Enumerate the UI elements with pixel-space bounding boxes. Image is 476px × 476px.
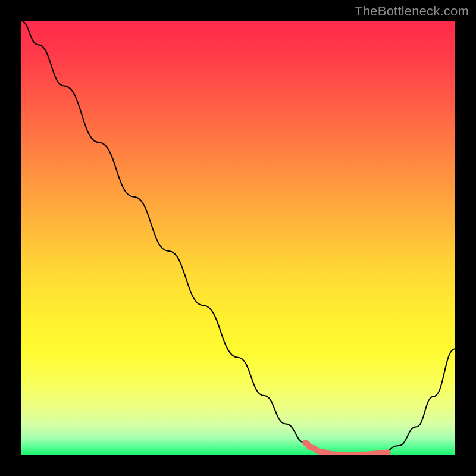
chart-svg xyxy=(21,21,455,455)
valley-highlight xyxy=(305,443,388,455)
watermark-text: TheBottleneck.com xyxy=(355,4,469,19)
chart-gradient-area xyxy=(21,21,455,455)
bottleneck-curve xyxy=(21,21,455,455)
